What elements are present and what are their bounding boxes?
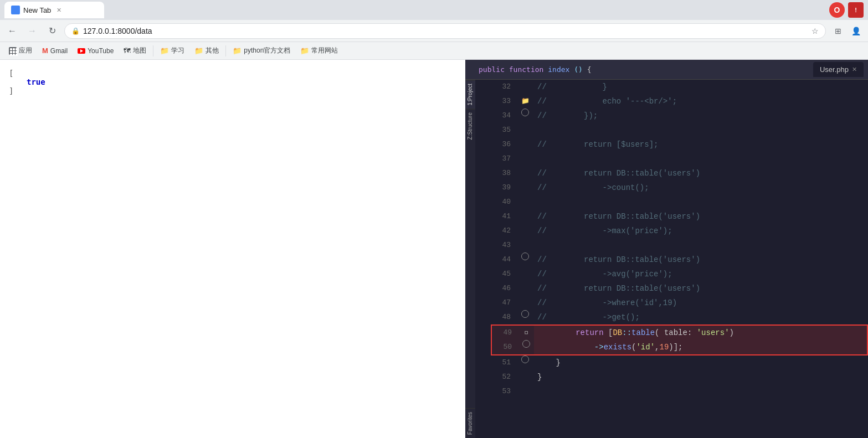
code-line-51: 51 }: [491, 355, 868, 370]
line-num-36: 36: [491, 137, 517, 152]
profile-button[interactable]: 👤: [848, 23, 864, 39]
bookmark-apps[interactable]: 应用: [4, 44, 37, 58]
gmail-label: Gmail: [50, 47, 68, 55]
main-area: [ true ] public function index () { User…: [0, 60, 868, 438]
bookmark-separator-1: [153, 45, 153, 56]
code-line-46: 46 // return DB::table('users'): [491, 281, 868, 296]
ide-tab-label: User.php: [820, 65, 849, 74]
code-line-39: 39 // ->count();: [491, 181, 868, 195]
bookmark-common[interactable]: 📁 常用网站: [296, 44, 342, 58]
tab-close-icon[interactable]: ✕: [57, 7, 61, 14]
line-content-53: [533, 384, 868, 399]
tab-favicon: [11, 6, 20, 14]
circle-gutter-50: [522, 340, 530, 348]
json-true-value: true: [27, 78, 45, 86]
code-editor[interactable]: 32 // } 33 📁 // echo '---<br/>';: [491, 80, 868, 438]
code-line-50: 50 ->exists('id',19)];: [491, 340, 868, 355]
line-num-39: 39: [491, 181, 517, 195]
line-num-45: 45: [491, 267, 517, 281]
line-content-45: // ->avg('price');: [533, 267, 868, 281]
code-line-33: 33 📁 // echo '---<br/>';: [491, 94, 868, 109]
circle-gutter-44: [521, 253, 529, 260]
code-line-40: 40: [491, 195, 868, 209]
line-content-35: [533, 123, 868, 137]
line-content-44: // return DB::table('users'): [533, 253, 868, 267]
maps-icon: 🗺: [124, 47, 131, 55]
bookmark-star-icon[interactable]: ☆: [811, 27, 819, 35]
bookmark-gmail[interactable]: M Gmail: [38, 44, 72, 57]
diamond-gutter-49: ◇: [520, 326, 533, 339]
code-line-35: 35: [491, 123, 868, 137]
youtube-play-icon: [80, 49, 83, 53]
youtube-label: YouTube: [88, 47, 114, 55]
youtube-icon: [78, 48, 85, 54]
line-content-32: // }: [533, 80, 868, 94]
structure-tab[interactable]: Z:Structure: [465, 109, 475, 143]
gutter-33: 📁: [517, 94, 533, 109]
study-label: 学习: [171, 46, 184, 55]
code-line-49: 49 ◇ return [DB::table( table: 'users'): [491, 324, 868, 340]
line-num-43: 43: [491, 238, 517, 253]
apps-label: 应用: [19, 46, 32, 55]
ide-tab-userphp[interactable]: User.php ✕: [813, 62, 864, 77]
project-tab[interactable]: 1:Project: [465, 80, 475, 109]
bookmark-youtube[interactable]: YouTube: [73, 45, 118, 57]
address-bar[interactable]: 🔒 127.0.0.1:8000/data ☆: [64, 23, 826, 39]
line-content-33: // echo '---<br/>';: [533, 94, 868, 109]
line-num-35: 35: [491, 123, 517, 137]
back-button[interactable]: ←: [4, 23, 20, 39]
extension-icon[interactable]: !: [848, 2, 864, 18]
line-content-39: // ->count();: [533, 181, 868, 195]
code-line-38: 38 // return DB::table('users'): [491, 166, 868, 181]
common-label: 常用网站: [311, 46, 338, 55]
extensions-button[interactable]: ⊞: [830, 23, 846, 39]
line-num-52: 52: [491, 370, 517, 384]
browser-tab[interactable]: New Tab ✕: [4, 2, 104, 18]
bookmark-maps[interactable]: 🗺 地图: [119, 44, 151, 58]
code-line-43: 43: [491, 238, 868, 253]
line-num-51: 51: [491, 355, 517, 370]
json-open-bracket: [: [9, 69, 456, 78]
code-lines: 32 // } 33 📁 // echo '---<br/>';: [491, 80, 868, 399]
line-content-38: // return DB::table('users'): [533, 166, 868, 181]
code-line-37: 37: [491, 152, 868, 166]
json-output: [ true ]: [9, 69, 456, 95]
tab-title: New Tab: [23, 6, 51, 14]
forward-button[interactable]: →: [24, 23, 40, 39]
line-num-34: 34: [491, 109, 517, 123]
browser-chrome: New Tab ✕ O ! ← → ↻ 🔒 127.0.0.1:8000/dat…: [0, 0, 868, 60]
code-line-45: 45 // ->avg('price');: [491, 267, 868, 281]
folder-icon-3: 📁: [233, 47, 242, 55]
ide-tab-close-icon[interactable]: ✕: [852, 66, 857, 73]
ide-vertical-tabs: 1:Project Z:Structure Favorites: [465, 80, 475, 438]
lock-icon: 🔒: [71, 27, 80, 35]
maps-label: 地图: [133, 46, 146, 55]
line-num-53: 53: [491, 384, 517, 399]
gmail-icon: M: [42, 47, 48, 55]
gutter-49: ◇: [518, 326, 534, 340]
ide-gutter: [475, 80, 491, 438]
other-label: 其他: [206, 46, 219, 55]
json-value-line: true: [9, 78, 456, 86]
bookmark-python[interactable]: 📁 python官方文档: [228, 44, 295, 58]
code-line-52: 52 }: [491, 370, 868, 384]
refresh-button[interactable]: ↻: [44, 23, 60, 39]
line-content-47: // ->where('id',19): [533, 296, 868, 310]
line-num-44: 44: [491, 253, 517, 267]
code-line-34: 34 // });: [491, 109, 868, 123]
code-line-47: 47 // ->where('id',19): [491, 296, 868, 310]
bookmarks-bar: 应用 M Gmail YouTube 🗺 地图 📁 学习 📁 其他 📁 p: [0, 42, 868, 60]
favorites-tab[interactable]: Favorites: [465, 408, 475, 438]
url-text: 127.0.0.1:8000/data: [83, 27, 808, 35]
line-num-48: 48: [491, 310, 517, 324]
code-line-41: 41 // return DB::table('users'): [491, 209, 868, 224]
circle-gutter-48: [521, 310, 529, 318]
browser-menu-icon[interactable]: O: [829, 2, 845, 18]
line-num-37: 37: [491, 152, 517, 166]
json-close-bracket: ]: [9, 86, 456, 95]
line-content-34: // });: [533, 109, 868, 123]
line-num-46: 46: [491, 281, 517, 296]
bookmark-study[interactable]: 📁 学习: [156, 44, 189, 58]
bookmark-other[interactable]: 📁 其他: [190, 44, 223, 58]
browser-content-panel: [ true ]: [0, 60, 465, 438]
